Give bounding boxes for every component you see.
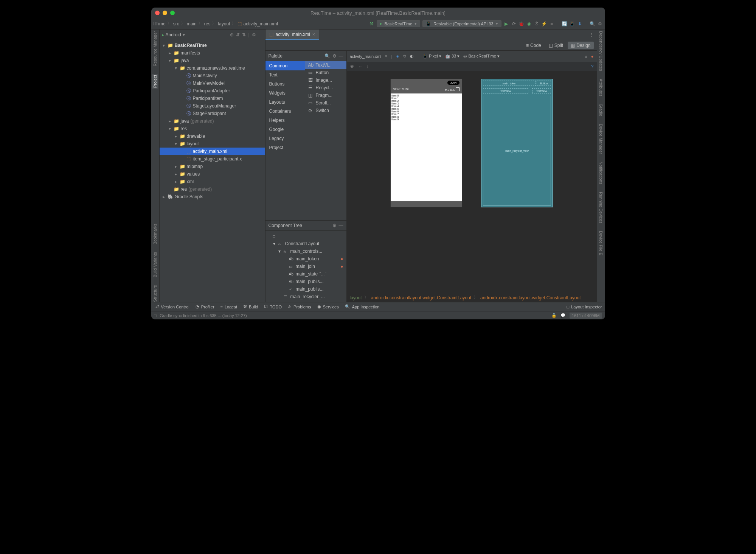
- tree-row[interactable]: ▸🐘Gradle Scripts: [160, 193, 265, 201]
- profiler-tab[interactable]: ◔Profiler: [196, 304, 214, 309]
- tree-row[interactable]: ▾📁java: [160, 57, 265, 64]
- tree-row[interactable]: ▸📁mipmap: [160, 163, 265, 170]
- hammer-icon[interactable]: ⚒: [369, 21, 374, 26]
- collapse-icon[interactable]: ⇅: [242, 32, 246, 37]
- gear-icon[interactable]: ⚙: [598, 21, 603, 26]
- component-tree-row[interactable]: Abmain_publis...: [265, 278, 346, 285]
- palette-category[interactable]: Buttons: [265, 79, 305, 89]
- logcat-tab[interactable]: ≡Logcat: [220, 305, 237, 309]
- bookmarks-tab[interactable]: Bookmarks: [153, 224, 157, 244]
- attach-icon[interactable]: ⚡: [542, 21, 547, 26]
- avd-icon[interactable]: 📱: [570, 21, 575, 26]
- tab-menu-icon[interactable]: ⋮: [586, 32, 597, 37]
- tree-row[interactable]: ▸📁xml: [160, 178, 265, 185]
- device-selector[interactable]: 📱Resizable (Experimental) API 33▾: [422, 20, 501, 27]
- resource-manager-tab[interactable]: Resource Manager: [153, 31, 157, 67]
- build-tab[interactable]: ⚒Build: [243, 304, 258, 309]
- device-manager-tab[interactable]: Device Manager: [599, 124, 603, 154]
- version-control-tab[interactable]: ⎇Version Control: [154, 304, 189, 309]
- sdk-icon[interactable]: ⬇: [577, 21, 582, 26]
- breadcrumb-file[interactable]: activity_main.xml: [243, 21, 278, 26]
- component-tree-row[interactable]: ✓main_publis...: [265, 285, 346, 293]
- magnet-icon[interactable]: ↕: [366, 64, 369, 69]
- tree-row[interactable]: ⓀMainViewModel: [160, 79, 265, 87]
- component-tree-row[interactable]: ▾⎌ConstraintLayout: [265, 240, 346, 247]
- tree-row[interactable]: ⓀStageParticipant: [160, 110, 265, 117]
- gradle-sync-icon[interactable]: 🔄: [562, 21, 567, 26]
- component-tree-row[interactable]: □: [265, 232, 346, 240]
- tree-row[interactable]: 📁res (generated): [160, 185, 265, 193]
- attributes-tab[interactable]: Attributes: [599, 79, 603, 96]
- close-tab-icon[interactable]: ×: [312, 32, 315, 37]
- device-file-tab[interactable]: Device File E: [599, 231, 603, 255]
- tree-row[interactable]: ▸📁drawable: [160, 132, 265, 140]
- lock-icon[interactable]: 🔒: [551, 313, 557, 318]
- surface-icon[interactable]: ◈: [396, 54, 399, 59]
- palette-item[interactable]: ▭Scroll...: [305, 99, 346, 107]
- todo-tab[interactable]: ☑TODO: [264, 304, 282, 309]
- search-icon[interactable]: 🔍: [590, 21, 595, 26]
- running-devices-tab[interactable]: Running Devices: [599, 192, 603, 223]
- structure-tab[interactable]: Structure: [153, 285, 157, 302]
- tree-row[interactable]: ⓀMainActivity: [160, 72, 265, 79]
- palette-category[interactable]: Common: [265, 61, 305, 70]
- palette-category[interactable]: Text: [265, 70, 305, 79]
- blueprint-preview[interactable]: main_token Button TextView TextView main…: [481, 79, 553, 207]
- palette-item[interactable]: AbTextVi...: [305, 61, 346, 69]
- layout-inspector-tab[interactable]: □Layout Inspector: [567, 305, 602, 309]
- profile-icon[interactable]: ⏱: [534, 21, 539, 26]
- orientation-icon[interactable]: ⟲: [403, 54, 406, 59]
- project-tab[interactable]: Project: [152, 74, 158, 89]
- breadcrumb-res[interactable]: res: [204, 21, 211, 26]
- run-config-selector[interactable]: ▸BasicRealTime▾: [377, 20, 421, 27]
- tree-row[interactable]: ⬚item_stage_participant.x: [160, 155, 265, 163]
- theme-selector[interactable]: ◎ BasicRealTime ▾: [463, 54, 500, 59]
- breadcrumb-main[interactable]: main: [187, 21, 197, 26]
- problems-tab[interactable]: ⚠Problems: [288, 304, 311, 309]
- device-preview[interactable]: JOIN State: %1$s Publish Item 0Item 1Ite…: [390, 79, 462, 207]
- apply-changes-icon[interactable]: ⟳: [511, 21, 517, 26]
- palette-category[interactable]: Widgets: [265, 89, 305, 98]
- view-options-icon[interactable]: 👁: [350, 64, 354, 69]
- split-mode-button[interactable]: ◫Split: [546, 42, 566, 49]
- palette-category[interactable]: Google: [265, 125, 305, 134]
- tree-row[interactable]: ▾📁BasicRealTime: [160, 42, 265, 49]
- component-tree-row[interactable]: ▾⎌main_controls...: [265, 247, 346, 255]
- tree-row[interactable]: ⓀParticipantAdapter: [160, 87, 265, 95]
- code-mode-button[interactable]: ≡Code: [523, 42, 544, 49]
- component-tree-row[interactable]: ▭main_join●: [265, 263, 346, 270]
- breadcrumb-layout[interactable]: layout: [218, 21, 230, 26]
- api-selector[interactable]: 🤖 33 ▾: [445, 54, 459, 59]
- component-tree-row[interactable]: Abmain_token●: [265, 255, 346, 263]
- notifications-tab[interactable]: Notifications: [599, 162, 603, 184]
- bc-constraint2[interactable]: androidx.constraintlayout.widget.Constra…: [480, 295, 581, 300]
- error-indicator-icon[interactable]: ●: [591, 54, 594, 59]
- palette-gear-icon[interactable]: ⚙: [332, 53, 337, 59]
- component-tree-row[interactable]: ☰main_recycler_...: [265, 293, 346, 300]
- services-tab[interactable]: ◉Services: [317, 304, 339, 309]
- palette-category[interactable]: Layouts: [265, 98, 305, 107]
- help-icon[interactable]: ?: [591, 64, 594, 69]
- coverage-icon[interactable]: ◉: [526, 21, 532, 26]
- dependency-updates-tab[interactable]: Dependency Updates: [599, 31, 603, 71]
- debug-icon[interactable]: 🐞: [519, 21, 524, 26]
- more-icon[interactable]: »: [585, 54, 587, 59]
- palette-category[interactable]: Helpers: [265, 116, 305, 125]
- status-icon[interactable]: □: [154, 313, 157, 318]
- breadcrumb-project[interactable]: IlTime: [154, 21, 166, 26]
- palette-category[interactable]: Legacy: [265, 134, 305, 143]
- gradle-tab[interactable]: Gradle: [599, 104, 603, 116]
- palette-item[interactable]: ⊙Switch: [305, 107, 346, 114]
- component-tree-row[interactable]: Abmain_state "...": [265, 270, 346, 278]
- target-icon[interactable]: ⊕: [230, 32, 234, 37]
- bc-constraint1[interactable]: androidx.constraintlayout.widget.Constra…: [371, 295, 472, 300]
- design-file-selector[interactable]: activity_main.xml: [350, 54, 382, 59]
- expand-icon[interactable]: ⇵: [236, 32, 240, 37]
- bc-layout[interactable]: layout: [350, 295, 362, 300]
- tree-row[interactable]: ▸📁java (generated): [160, 117, 265, 125]
- palette-item[interactable]: ▭Button: [305, 69, 346, 76]
- palette-search-icon[interactable]: 🔍: [324, 53, 330, 59]
- design-mode-button[interactable]: ▦Design: [568, 42, 593, 49]
- build-variants-tab[interactable]: Build Variants: [153, 252, 157, 277]
- arrows-icon[interactable]: ↔: [358, 64, 363, 69]
